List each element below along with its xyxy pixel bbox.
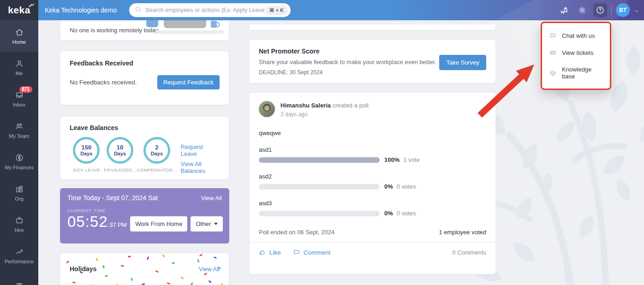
team-icon <box>15 122 24 131</box>
request-leave-link[interactable]: Request Leave <box>180 143 220 157</box>
ticket-icon <box>549 49 557 57</box>
topbar-actions: BT <box>557 0 639 20</box>
poll-option: asd1 100% 1 vote <box>259 146 486 163</box>
current-time-label: CURRENT TIME <box>67 208 222 213</box>
poll-action-text: created a poll <box>333 102 369 109</box>
org-icon <box>15 184 24 194</box>
person-illustration <box>146 20 158 27</box>
current-time-seconds: :37 PM <box>108 221 127 228</box>
leave-balance-sick: 150 Days SICK LEAVE <box>70 137 103 174</box>
holidays-view-all-link[interactable]: View All <box>199 266 220 273</box>
whats-new-rocket-icon[interactable] <box>557 3 571 17</box>
left-column: No one is working remotely today. Feedba… <box>60 20 229 285</box>
poll-option: asd3 0% 0 votes <box>259 200 486 217</box>
search-input[interactable] <box>145 7 265 13</box>
remote-work-card: No one is working remotely today. <box>60 20 229 41</box>
search-icon <box>135 6 142 15</box>
sidebar-item-org[interactable]: Org <box>0 177 38 208</box>
chevron-down-icon[interactable] <box>634 7 639 13</box>
laptop-illustration <box>164 20 206 28</box>
poll-option-bar[interactable] <box>259 184 380 190</box>
request-feedback-button[interactable]: Request Feedback <box>157 75 220 89</box>
feedbacks-empty-text: No Feedbacks received. <box>70 79 137 86</box>
knowledge-box-icon <box>549 69 557 77</box>
sidebar-item-home[interactable]: Home <box>0 20 38 52</box>
holidays-card: Holidays View All <box>60 253 229 285</box>
keka-logo: keka <box>0 0 38 20</box>
net-promoter-score-card: Net Promoter Score Share your valuable f… <box>249 39 496 83</box>
topbar: Keka Technologies demo ⌘ + K <box>38 0 644 20</box>
inbox-count-badge: 871 <box>19 86 33 93</box>
right-column: Net Promoter Score Share your valuable f… <box>249 20 496 285</box>
sidebar-item-me[interactable]: Me <box>0 52 38 83</box>
poll-voted-count: 1 employee voted <box>439 229 486 236</box>
sidebar-item-hire[interactable]: Hire <box>0 208 38 240</box>
clipboard-icon <box>15 281 24 285</box>
desk-shadow <box>155 30 224 34</box>
desk-illustration <box>143 20 224 41</box>
other-clockin-button[interactable]: Other <box>191 216 223 232</box>
keka-dashboard: Keka Technologies demo ⌘ + K <box>0 0 644 285</box>
chat-bubble-icon <box>549 32 557 40</box>
nps-title: Net Promoter Score <box>259 48 486 55</box>
sidebar-item-my-team[interactable]: My Team <box>0 114 38 146</box>
user-avatar[interactable]: BT <box>616 3 630 17</box>
user-icon <box>15 59 24 68</box>
global-search[interactable]: ⌘ + K <box>129 3 291 17</box>
mug-illustration <box>211 21 217 28</box>
poll-card: Himanshu Saleria created a poll 2 days a… <box>249 92 496 274</box>
take-survey-button[interactable]: Take Survey <box>439 55 486 70</box>
poll-author-name[interactable]: Himanshu Saleria <box>280 102 331 109</box>
time-view-all-link[interactable]: View All <box>201 195 222 202</box>
trend-icon <box>15 247 24 256</box>
cutoff-card-bottom <box>249 24 496 30</box>
leave-balances-card: Leave Balances 150 Days SICK LEAVE 10 Da… <box>60 116 229 180</box>
time-today-card: Time Today - Sept 07, 2024 Sat View All … <box>60 188 229 243</box>
sidebar-item-inbox[interactable]: 871 Inbox <box>0 83 38 114</box>
poll-option-bar[interactable] <box>259 157 380 163</box>
divider <box>250 242 495 243</box>
help-icon[interactable] <box>593 3 607 17</box>
leave-balance-privileged: 10 Days PRIVILEGED... <box>103 137 137 174</box>
time-today-title: Time Today - Sept 07, 2024 Sat <box>67 194 158 202</box>
poll-option: asd2 0% 0 votes <box>259 173 486 190</box>
feedbacks-received-card: Feedbacks Received No Feedbacks received… <box>60 51 229 105</box>
thumbs-up-icon <box>259 249 266 256</box>
like-button[interactable]: Like <box>259 249 281 256</box>
holidays-title: Holidays <box>70 265 96 273</box>
menu-item-chat-with-us[interactable]: Chat with us <box>542 27 610 44</box>
help-dropdown-menu: Chat with us View tickets Knowledge base <box>541 22 611 90</box>
briefcase-icon <box>15 216 24 225</box>
current-time-value: 05:52 <box>67 213 108 230</box>
poll-byline: Himanshu Saleria created a poll <box>280 102 369 109</box>
leave-balance-compensatory: 2 Days COMPENSATOR... <box>137 137 177 174</box>
poll-question: qweqwe <box>259 130 486 137</box>
finances-icon <box>15 153 24 162</box>
poll-author-avatar <box>259 101 275 117</box>
sidebar: keka Home Me 871 Inbox My Team My Financ… <box>0 0 38 285</box>
comments-count: 0 Comments <box>452 249 486 256</box>
view-all-balances-link[interactable]: View All Balances <box>180 160 220 174</box>
sidebar-item-performance[interactable]: Performance <box>0 240 38 271</box>
leave-balances-title: Leave Balances <box>70 124 220 131</box>
comment-icon <box>293 249 300 256</box>
work-from-home-button[interactable]: Work From Home <box>130 216 187 232</box>
menu-item-view-tickets[interactable]: View tickets <box>542 44 610 61</box>
menu-item-knowledge-base[interactable]: Knowledge base <box>542 61 610 84</box>
company-name: Keka Technologies demo <box>45 6 117 14</box>
caret-down-icon <box>214 223 218 225</box>
search-shortcut-badge: ⌘ + K <box>265 6 288 15</box>
settings-gear-icon[interactable] <box>575 3 589 17</box>
home-icon <box>15 28 24 37</box>
feedbacks-title: Feedbacks Received <box>70 59 220 67</box>
sidebar-item-my-finances[interactable]: My Finances <box>0 146 38 177</box>
comment-button[interactable]: Comment <box>293 249 331 256</box>
topbar-divider <box>611 6 612 15</box>
inbox-icon: 871 <box>15 90 24 100</box>
nps-deadline: DEADLINE: 30 Sept 2024 <box>259 69 486 76</box>
poll-ended-text: Poll ended on 06 Sept, 2024 <box>259 229 334 236</box>
poll-option-bar[interactable] <box>259 211 380 216</box>
poll-timestamp: 2 days ago <box>280 111 369 118</box>
sidebar-item-tasks[interactable] <box>0 271 38 285</box>
